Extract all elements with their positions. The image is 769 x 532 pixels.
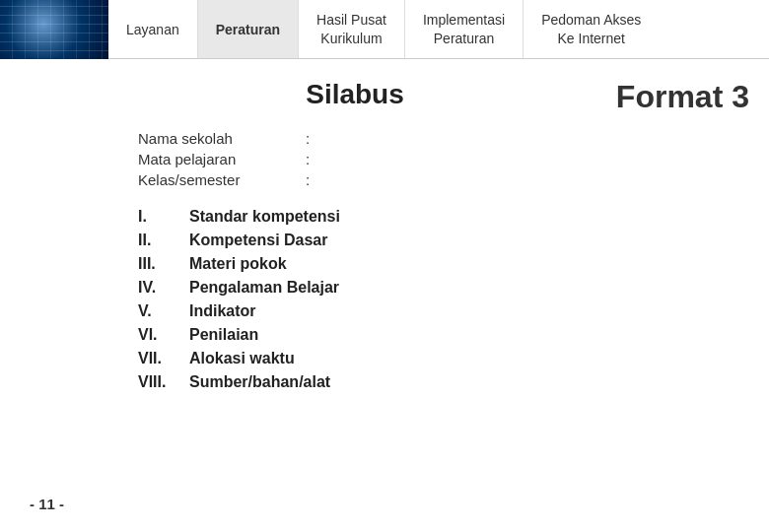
form-label-nama: Nama sekolah [138, 130, 296, 147]
list-num-1: I. [138, 208, 189, 226]
numbered-list: I. Standar kompetensi II. Kompetensi Das… [138, 208, 730, 391]
main-content: Format 3 Silabus Nama sekolah : Mata pel… [0, 59, 769, 417]
list-item: VI. Penilaian [138, 326, 730, 344]
list-item: I. Standar kompetensi [138, 208, 730, 226]
nav-layanan[interactable]: Layanan [108, 0, 198, 58]
page-number: - 11 - [30, 496, 64, 512]
form-colon-kelas: : [306, 171, 310, 188]
list-item: II. Kompetensi Dasar [138, 232, 730, 249]
list-item: VIII. Sumber/bahan/alat [138, 373, 730, 391]
nav-peraturan[interactable]: Peraturan [198, 0, 299, 58]
list-num-7: VII. [138, 350, 189, 367]
list-text-1: Standar kompetensi [189, 208, 340, 226]
nav-pedoman[interactable]: Pedoman AksesKe Internet [524, 0, 659, 58]
form-colon-nama: : [306, 130, 310, 147]
list-num-3: III. [138, 255, 189, 273]
list-num-5: V. [138, 302, 189, 320]
form-row-kelas: Kelas/semester : [138, 171, 730, 188]
list-text-3: Materi pokok [189, 255, 287, 273]
format-label: Format 3 [616, 79, 749, 115]
nav-bar: Layanan Peraturan Hasil PusatKurikulum I… [0, 0, 769, 59]
list-text-7: Alokasi waktu [189, 350, 295, 367]
list-text-8: Sumber/bahan/alat [189, 373, 330, 391]
list-item: V. Indikator [138, 302, 730, 320]
form-row-nama: Nama sekolah : [138, 130, 730, 147]
list-num-8: VIII. [138, 373, 189, 391]
list-text-4: Pengalaman Belajar [189, 279, 339, 297]
form-fields: Nama sekolah : Mata pelajaran : Kelas/se… [138, 130, 730, 188]
list-item: IV. Pengalaman Belajar [138, 279, 730, 297]
nav-implementasi[interactable]: ImplementasiPeraturan [405, 0, 524, 58]
list-text-6: Penilaian [189, 326, 258, 344]
list-item: III. Materi pokok [138, 255, 730, 273]
form-row-mata: Mata pelajaran : [138, 151, 730, 167]
list-text-5: Indikator [189, 302, 256, 320]
list-item: VII. Alokasi waktu [138, 350, 730, 367]
form-label-mata: Mata pelajaran [138, 151, 296, 167]
form-colon-mata: : [306, 151, 310, 167]
nav-hasil[interactable]: Hasil PusatKurikulum [299, 0, 405, 58]
list-num-6: VI. [138, 326, 189, 344]
list-text-2: Kompetensi Dasar [189, 232, 328, 249]
list-num-2: II. [138, 232, 189, 249]
globe-logo [0, 0, 108, 59]
list-num-4: IV. [138, 279, 189, 297]
form-label-kelas: Kelas/semester [138, 171, 296, 188]
